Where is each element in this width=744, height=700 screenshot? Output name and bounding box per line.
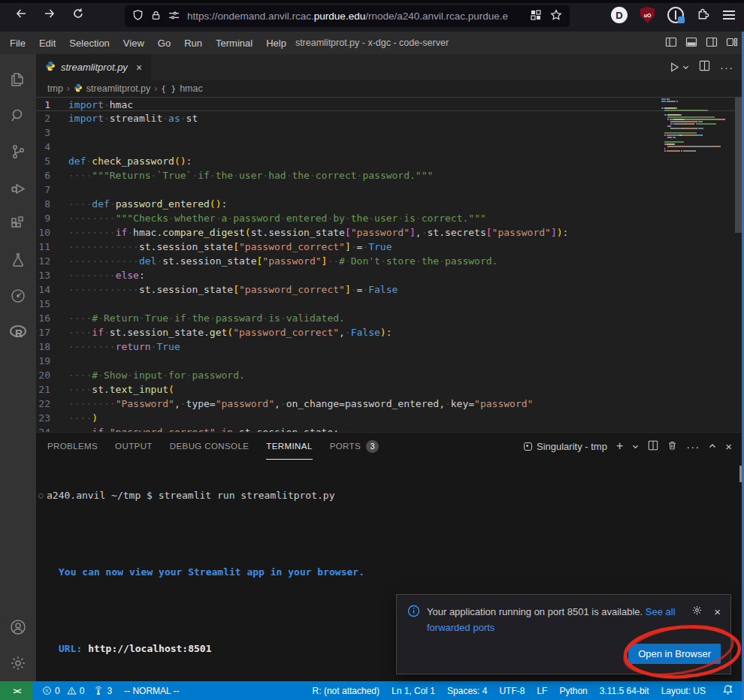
split-terminal-icon[interactable] — [648, 440, 658, 453]
line-number[interactable]: 17 — [36, 325, 68, 339]
breadcrumb-folder[interactable]: tmp — [47, 83, 63, 94]
editor-more-actions-icon[interactable]: ··· — [720, 61, 733, 74]
command-decoration-icon[interactable]: ○ — [38, 489, 44, 502]
panel-more-actions-icon[interactable]: ··· — [686, 440, 700, 453]
line-number[interactable]: 1 — [36, 98, 68, 110]
minimap[interactable] — [661, 98, 734, 152]
tracking-shield-icon[interactable] — [132, 9, 144, 23]
line-number[interactable]: 24 — [36, 425, 68, 432]
status-item[interactable]: Spaces: 4 — [447, 686, 487, 696]
code-line-6[interactable]: 6····"""Returns·`True`·if·the·user·had·t… — [36, 168, 744, 183]
close-panel-icon[interactable]: × — [725, 440, 732, 453]
privacy-extension-icon[interactable] — [667, 7, 684, 23]
reload-button[interactable] — [72, 8, 84, 20]
code-line-3[interactable]: 3 — [36, 125, 744, 140]
line-number[interactable]: 20 — [36, 368, 68, 382]
tiles-icon[interactable] — [531, 10, 541, 23]
code-line-24[interactable]: 24····if·"password_correct"·in·st.sessio… — [36, 425, 744, 432]
code-line-1[interactable]: 1import·hmac — [36, 97, 744, 111]
remote-indicator[interactable]: >< — [0, 681, 33, 700]
profile-avatar[interactable]: D — [611, 7, 628, 23]
code-line-17[interactable]: 17····if·st.session_state.get("password_… — [36, 325, 744, 339]
line-number[interactable]: 7 — [36, 183, 68, 197]
code-line-11[interactable]: 11············st.session_state["password… — [36, 240, 744, 254]
code-line-12[interactable]: 12············del·st.session_state["pass… — [36, 254, 744, 268]
status-item[interactable]: Layout: US — [661, 686, 706, 696]
menu-item-selection[interactable]: Selection — [62, 32, 116, 54]
code-line-21[interactable]: 21····st.text_input( — [36, 382, 744, 397]
code-line-10[interactable]: 10········if·hmac.compare_digest(st.sess… — [36, 225, 744, 240]
code-line-2[interactable]: 2import·streamlit·as·st — [36, 111, 744, 125]
code-line-16[interactable]: 16····#·Return·True·if·the·passward·is·v… — [36, 311, 744, 325]
run-debug-icon[interactable] — [0, 170, 36, 206]
code-line-22[interactable]: 22········"Password",·type="password",·o… — [36, 397, 744, 411]
gauge-icon[interactable] — [0, 278, 36, 314]
panel-tab-output[interactable]: OUTPUT — [115, 433, 153, 460]
breadcrumb[interactable]: tmp › streamlitprot.py › { } hmac — [36, 80, 744, 97]
code-line-5[interactable]: 5def·check_password(): — [36, 154, 744, 168]
code-line-23[interactable]: 23····) — [36, 411, 744, 425]
status-item[interactable]: R: (not attached) — [313, 686, 380, 696]
panel-tab-problems[interactable]: PROBLEMS — [47, 433, 98, 460]
line-number[interactable]: 23 — [36, 411, 68, 425]
line-number[interactable]: 21 — [36, 382, 68, 397]
line-number[interactable]: 10 — [36, 225, 68, 240]
toggle-secondary-sidebar-icon[interactable] — [706, 36, 718, 50]
code-line-7[interactable]: 7 — [36, 183, 744, 197]
line-number[interactable]: 4 — [36, 140, 68, 154]
explorer-icon[interactable] — [0, 62, 36, 98]
code-line-4[interactable]: 4 — [36, 140, 744, 154]
line-number[interactable]: 11 — [36, 240, 68, 254]
back-button[interactable] — [15, 8, 27, 20]
line-number[interactable]: 15 — [36, 297, 68, 311]
status-item[interactable]: LF — [537, 686, 547, 696]
code-line-8[interactable]: 8····def·password_entered(): — [36, 197, 744, 211]
status-item[interactable]: Python — [559, 686, 587, 696]
forwarded-ports-status[interactable]: 3 — [93, 686, 112, 696]
terminal-dropdown-icon[interactable] — [632, 441, 639, 452]
source-control-icon[interactable] — [0, 134, 36, 170]
status-item[interactable]: 3.11.5 64-bit — [600, 686, 649, 696]
permissions-icon[interactable] — [168, 11, 180, 23]
menu-item-go[interactable]: Go — [151, 32, 177, 54]
settings-gear-icon[interactable] — [0, 645, 36, 681]
search-icon[interactable] — [0, 98, 36, 134]
tab-close-icon[interactable]: × — [136, 62, 142, 74]
toggle-panel-icon[interactable] — [685, 36, 697, 50]
ublock-extension-icon[interactable]: uO — [640, 7, 655, 23]
notifications-bell-icon[interactable] — [722, 684, 733, 698]
address-bar[interactable]: https://ondemand.anvil.rcac.purdue.edu/r… — [125, 5, 570, 27]
r-language-icon[interactable]: R — [0, 314, 36, 350]
notification-close-icon[interactable]: × — [714, 605, 721, 618]
run-python-file-button[interactable] — [669, 62, 689, 73]
customize-layout-icon[interactable] — [726, 36, 738, 50]
code-line-15[interactable]: 15 — [36, 297, 744, 311]
code-line-18[interactable]: 18········return·True — [36, 339, 744, 354]
breadcrumb-file[interactable]: streamlitprot.py — [86, 83, 150, 94]
line-number[interactable]: 3 — [36, 125, 68, 140]
line-number[interactable]: 8 — [36, 197, 68, 211]
code-line-19[interactable]: 19 — [36, 354, 744, 368]
line-number[interactable]: 12 — [36, 254, 68, 268]
breadcrumb-symbol[interactable]: hmac — [180, 83, 203, 94]
panel-tab-debug-console[interactable]: DEBUG CONSOLE — [170, 433, 250, 460]
line-number[interactable]: 16 — [36, 311, 68, 325]
code-line-20[interactable]: 20····#·Show·input·for·password. — [36, 368, 744, 382]
line-number[interactable]: 22 — [36, 397, 68, 411]
accounts-icon[interactable] — [0, 609, 36, 645]
kill-terminal-icon[interactable] — [667, 440, 677, 453]
code-line-14[interactable]: 14············st.session_state["password… — [36, 282, 744, 297]
bookmark-star-icon[interactable] — [550, 9, 562, 23]
code-line-9[interactable]: 9········"""Checks·whether·a·password·en… — [36, 211, 744, 225]
split-editor-icon[interactable] — [699, 60, 710, 74]
line-number[interactable]: 14 — [36, 282, 68, 297]
panel-tab-terminal[interactable]: TERMINAL — [266, 433, 312, 460]
problems-status[interactable]: 0 0 — [42, 686, 84, 696]
menu-item-file[interactable]: File — [3, 32, 32, 54]
status-item[interactable]: UTF-8 — [499, 686, 525, 696]
menu-item-view[interactable]: View — [116, 32, 151, 54]
line-number[interactable]: 5 — [36, 154, 68, 168]
line-number[interactable]: 13 — [36, 268, 68, 282]
terminal-url[interactable]: http://localhost:8501 — [88, 643, 211, 654]
line-number[interactable]: 9 — [36, 211, 68, 225]
